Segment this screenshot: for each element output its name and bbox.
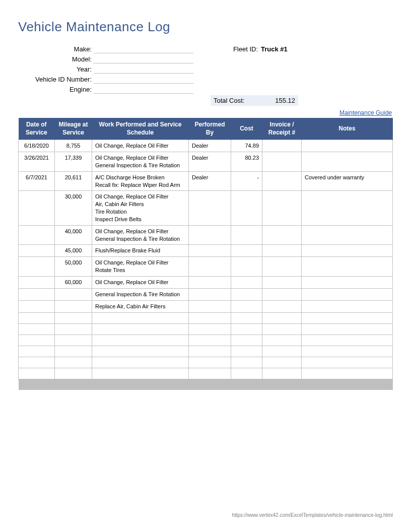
cell-performed[interactable]: Dealer xyxy=(189,140,231,152)
cell-mileage[interactable]: 8,755 xyxy=(55,140,92,152)
cell-date[interactable] xyxy=(19,277,55,289)
cell-mileage[interactable]: 20,611 xyxy=(55,171,92,191)
cell-cost[interactable] xyxy=(231,257,262,277)
cell-notes[interactable] xyxy=(302,140,393,152)
cell-mileage[interactable] xyxy=(55,368,92,379)
cell-notes[interactable] xyxy=(302,357,393,368)
cell-notes[interactable] xyxy=(302,335,393,346)
cell-cost[interactable] xyxy=(231,368,262,379)
cell-performed[interactable] xyxy=(189,300,231,312)
year-input[interactable] xyxy=(94,64,193,74)
cell-cost[interactable] xyxy=(231,323,262,335)
cell-invoice[interactable] xyxy=(262,140,302,152)
cell-work[interactable] xyxy=(92,346,189,357)
cell-mileage[interactable] xyxy=(55,357,92,368)
cell-invoice[interactable] xyxy=(262,368,302,379)
cell-work[interactable] xyxy=(92,368,189,379)
cell-notes[interactable] xyxy=(302,245,393,257)
cell-work[interactable]: Oil Change, Replace Oil Filter xyxy=(92,140,189,152)
cell-date[interactable] xyxy=(19,346,55,357)
cell-notes[interactable] xyxy=(302,152,393,172)
cell-mileage[interactable]: 60,000 xyxy=(55,277,92,289)
cell-invoice[interactable] xyxy=(262,225,302,245)
cell-work[interactable]: General Inspection & Tire Rotation xyxy=(92,288,189,300)
cell-date[interactable]: 6/7/2021 xyxy=(19,171,55,191)
cell-invoice[interactable] xyxy=(262,245,302,257)
cell-notes[interactable] xyxy=(302,191,393,225)
vin-input[interactable] xyxy=(94,75,193,84)
cell-cost[interactable] xyxy=(231,191,262,225)
maintenance-guide-link[interactable]: Maintenance Guide xyxy=(339,109,392,116)
cell-mileage[interactable]: 30,000 xyxy=(55,191,92,225)
model-input[interactable] xyxy=(94,54,193,63)
cell-invoice[interactable] xyxy=(262,191,302,225)
cell-date[interactable] xyxy=(19,191,55,225)
cell-mileage[interactable]: 50,000 xyxy=(55,257,92,277)
cell-mileage[interactable] xyxy=(55,312,92,323)
cell-work[interactable]: Replace Air, Cabin Air Filters xyxy=(92,300,189,312)
cell-date[interactable] xyxy=(19,357,55,368)
cell-performed[interactable] xyxy=(189,357,231,368)
cell-mileage[interactable] xyxy=(55,323,92,335)
cell-notes[interactable] xyxy=(302,288,393,300)
cell-cost[interactable]: 80.23 xyxy=(231,152,262,172)
cell-invoice[interactable] xyxy=(262,277,302,289)
cell-date[interactable]: 6/18/2020 xyxy=(19,140,55,152)
cell-cost[interactable] xyxy=(231,346,262,357)
cell-invoice[interactable] xyxy=(262,288,302,300)
make-input[interactable] xyxy=(94,44,193,53)
cell-invoice[interactable] xyxy=(262,335,302,346)
cell-mileage[interactable]: 17,339 xyxy=(55,152,92,172)
cell-date[interactable]: 3/26/2021 xyxy=(19,152,55,172)
cell-cost[interactable] xyxy=(231,300,262,312)
cell-performed[interactable]: Dealer xyxy=(189,171,231,191)
cell-invoice[interactable] xyxy=(262,300,302,312)
cell-work[interactable]: Oil Change, Replace Oil Filter Rotate Ti… xyxy=(92,257,189,277)
cell-work[interactable]: Oil Change, Replace Oil Filter General I… xyxy=(92,225,189,245)
cell-work[interactable]: Oil Change, Replace Oil Filter xyxy=(92,277,189,289)
cell-work[interactable] xyxy=(92,323,189,335)
cell-notes[interactable]: Covered under warranty xyxy=(302,171,393,191)
cell-invoice[interactable] xyxy=(262,312,302,323)
cell-date[interactable] xyxy=(19,257,55,277)
cell-work[interactable]: Flush/Replace Brake Fluid xyxy=(92,245,189,257)
cell-cost[interactable] xyxy=(231,335,262,346)
cell-date[interactable] xyxy=(19,225,55,245)
cell-notes[interactable] xyxy=(302,257,393,277)
cell-date[interactable] xyxy=(19,245,55,257)
cell-performed[interactable] xyxy=(189,245,231,257)
cell-notes[interactable] xyxy=(302,368,393,379)
cell-notes[interactable] xyxy=(302,277,393,289)
cell-date[interactable] xyxy=(19,300,55,312)
cell-cost[interactable]: - xyxy=(231,171,262,191)
cell-performed[interactable] xyxy=(189,288,231,300)
cell-notes[interactable] xyxy=(302,312,393,323)
cell-work[interactable]: Oil Change, Replace Oil Filter Air, Cabi… xyxy=(92,191,189,225)
cell-performed[interactable] xyxy=(189,191,231,225)
cell-performed[interactable] xyxy=(189,312,231,323)
cell-work[interactable]: A/C Discharge Hose Broken Recall fix: Re… xyxy=(92,171,189,191)
cell-cost[interactable] xyxy=(231,245,262,257)
cell-cost[interactable] xyxy=(231,357,262,368)
cell-notes[interactable] xyxy=(302,225,393,245)
cell-performed[interactable] xyxy=(189,257,231,277)
cell-mileage[interactable] xyxy=(55,335,92,346)
cell-mileage[interactable] xyxy=(55,346,92,357)
cell-performed[interactable] xyxy=(189,368,231,379)
cell-performed[interactable] xyxy=(189,225,231,245)
cell-invoice[interactable] xyxy=(262,323,302,335)
cell-invoice[interactable] xyxy=(262,152,302,172)
cell-mileage[interactable]: 45,000 xyxy=(55,245,92,257)
cell-notes[interactable] xyxy=(302,323,393,335)
cell-work[interactable] xyxy=(92,335,189,346)
cell-performed[interactable]: Dealer xyxy=(189,152,231,172)
cell-performed[interactable] xyxy=(189,277,231,289)
cell-work[interactable]: Oil Change, Replace Oil Filter General I… xyxy=(92,152,189,172)
cell-cost[interactable] xyxy=(231,312,262,323)
cell-date[interactable] xyxy=(19,323,55,335)
cell-notes[interactable] xyxy=(302,300,393,312)
cell-performed[interactable] xyxy=(189,346,231,357)
cell-work[interactable] xyxy=(92,357,189,368)
cell-cost[interactable] xyxy=(231,288,262,300)
cell-invoice[interactable] xyxy=(262,171,302,191)
